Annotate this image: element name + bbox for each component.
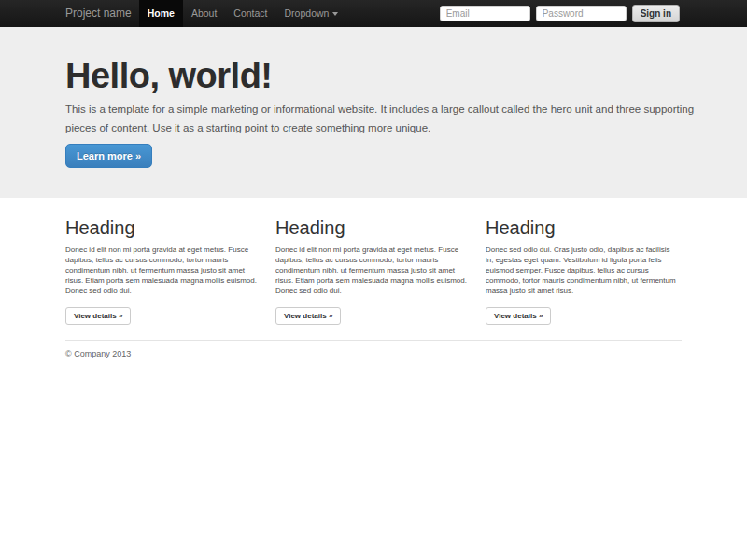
hero-unit: Hello, world! This is a template for a s… — [0, 27, 747, 198]
column-body: Donec id elit non mi porta gravida at eg… — [275, 245, 470, 296]
hero-description: This is a template for a simple marketin… — [65, 100, 719, 137]
learn-more-button[interactable]: Learn more » — [65, 144, 152, 168]
column-body: Donec id elit non mi porta gravida at eg… — [65, 245, 260, 296]
column-heading: Heading — [486, 217, 680, 239]
footer-divider — [65, 340, 682, 341]
nav-item-contact[interactable]: Contact — [225, 0, 275, 27]
column-heading: Heading — [65, 217, 260, 239]
dropdown-label: Dropdown — [285, 7, 330, 19]
column-body: Donec sed odio dui. Cras justo odio, dap… — [486, 245, 680, 296]
email-field[interactable] — [440, 6, 530, 21]
brand-link[interactable]: Project name — [0, 0, 132, 27]
footer: © Company 2013 — [65, 340, 682, 358]
caret-down-icon — [332, 12, 338, 16]
navbar: Project name Home About Contact Dropdown… — [0, 0, 747, 27]
content-column-3: Heading Donec sed odio dui. Cras justo o… — [486, 217, 680, 325]
nav-menu: Home About Contact Dropdown — [139, 0, 347, 27]
view-details-button-1[interactable]: View details » — [65, 307, 131, 325]
hero-title: Hello, world! — [65, 57, 682, 94]
view-details-button-2[interactable]: View details » — [275, 307, 341, 325]
nav-item-dropdown[interactable]: Dropdown — [276, 0, 347, 27]
nav-item-home[interactable]: Home — [139, 0, 183, 27]
content-column-2: Heading Donec id elit non mi porta gravi… — [275, 217, 470, 325]
view-details-button-3[interactable]: View details » — [486, 307, 551, 325]
column-heading: Heading — [275, 217, 470, 239]
copyright-text: © Company 2013 — [65, 349, 682, 358]
nav-item-about[interactable]: About — [183, 0, 225, 27]
sign-in-button[interactable]: Sign in — [632, 5, 680, 22]
content-column-1: Heading Donec id elit non mi porta gravi… — [65, 217, 260, 325]
signin-form: Sign in — [440, 0, 680, 27]
content-columns: Heading Donec id elit non mi porta gravi… — [65, 217, 680, 325]
password-field[interactable] — [536, 6, 627, 21]
